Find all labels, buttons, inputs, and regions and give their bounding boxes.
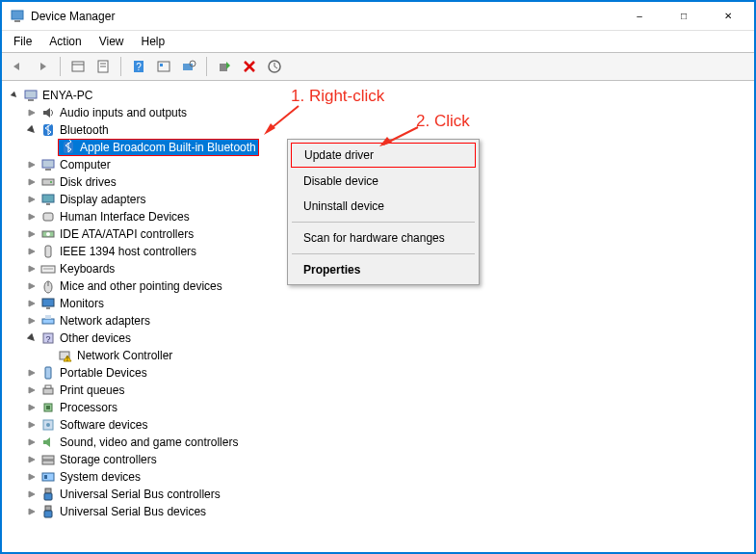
svg-rect-42: [43, 388, 53, 394]
expander-icon[interactable]: [25, 123, 39, 137]
ctx-disable-device[interactable]: Disable device: [290, 169, 477, 194]
svg-point-47: [46, 423, 50, 427]
root-node[interactable]: ENYA-PC: [4, 87, 752, 104]
expander-icon[interactable]: [25, 279, 39, 293]
tree-item-label: Universal Serial Bus controllers: [60, 488, 221, 501]
hid-icon: [40, 209, 56, 224]
expander-icon[interactable]: [25, 314, 39, 328]
close-button[interactable]: ✕: [706, 2, 750, 31]
expander-icon[interactable]: [25, 262, 39, 276]
tree-item-label: Storage controllers: [60, 453, 157, 466]
svg-rect-11: [183, 64, 193, 70]
tree-item[interactable]: Network adapters: [4, 312, 752, 330]
menu-action[interactable]: Action: [41, 33, 89, 50]
expander-icon[interactable]: [25, 401, 39, 414]
refresh-button[interactable]: [152, 55, 175, 78]
tree-item-label: Network adapters: [60, 314, 150, 328]
properties-button[interactable]: [91, 55, 115, 78]
maximize-button[interactable]: □: [662, 2, 706, 31]
expander-icon[interactable]: [25, 210, 39, 224]
portable-icon: [40, 365, 56, 381]
root-label: ENYA-PC: [42, 89, 92, 102]
svg-rect-2: [72, 62, 84, 71]
svg-rect-19: [42, 160, 54, 168]
expander-icon[interactable]: [25, 366, 39, 380]
svg-point-27: [46, 232, 50, 236]
back-button[interactable]: [6, 55, 29, 78]
ctx-uninstall-device[interactable]: Uninstall device: [290, 194, 477, 219]
svg-rect-49: [42, 461, 54, 464]
expander-icon[interactable]: [25, 158, 39, 171]
show-hidden-button[interactable]: [66, 55, 90, 78]
ide-icon: [40, 226, 56, 242]
tree-item[interactable]: Print queues: [4, 382, 752, 399]
svg-rect-13: [220, 64, 227, 71]
menu-file[interactable]: File: [6, 33, 39, 50]
expander-icon[interactable]: [25, 175, 39, 189]
tree-item[interactable]: ?Other devices: [4, 330, 752, 347]
expander-icon[interactable]: [25, 245, 39, 258]
tree-item[interactable]: !Network Controller: [4, 347, 752, 364]
tree-item-label: Sound, video and game controllers: [60, 435, 238, 449]
expander-icon[interactable]: [25, 435, 39, 449]
enable-button[interactable]: [213, 55, 236, 78]
tree-item[interactable]: Sound, video and game controllers: [4, 434, 752, 451]
ctx-scan-hardware[interactable]: Scan for hardware changes: [290, 225, 477, 251]
minimize-button[interactable]: –: [617, 2, 662, 31]
usb-icon: [40, 504, 56, 519]
help-button[interactable]: ?: [127, 55, 150, 78]
expander-icon[interactable]: [25, 418, 39, 432]
menu-view[interactable]: View: [91, 33, 132, 50]
expander-icon[interactable]: [25, 453, 39, 466]
tree-item-label: Keyboards: [60, 262, 115, 276]
svg-rect-15: [25, 91, 37, 98]
tree-item[interactable]: Monitors: [4, 295, 752, 312]
expander-icon[interactable]: [25, 331, 39, 345]
tree-item[interactable]: Universal Serial Bus devices: [4, 503, 752, 520]
device-manager-icon: [10, 9, 25, 24]
toolbar: ?: [2, 52, 754, 81]
svg-text:?: ?: [45, 334, 50, 344]
expander-icon[interactable]: [8, 89, 21, 102]
expander-icon[interactable]: [25, 297, 39, 310]
expander-icon[interactable]: [42, 141, 56, 154]
svg-rect-48: [42, 456, 54, 460]
svg-rect-45: [46, 406, 50, 409]
tree-item[interactable]: Software devices: [4, 416, 752, 434]
expander-icon[interactable]: [25, 106, 39, 119]
uninstall-button[interactable]: [238, 55, 261, 78]
tree-item[interactable]: Bluetooth: [4, 121, 752, 139]
ctx-properties[interactable]: Properties: [290, 257, 477, 282]
separator: [120, 57, 121, 76]
expander-icon[interactable]: [25, 470, 39, 484]
tree-item[interactable]: Universal Serial Bus controllers: [4, 486, 752, 503]
tree-item[interactable]: Processors: [4, 399, 752, 416]
expander-icon[interactable]: [25, 193, 39, 206]
tree-item[interactable]: System devices: [4, 468, 752, 486]
window-controls: – □ ✕: [617, 2, 750, 31]
tree-item-label: System devices: [60, 470, 141, 484]
svg-rect-41: [45, 367, 51, 379]
svg-rect-33: [42, 299, 54, 306]
tree-item[interactable]: Audio inputs and outputs: [4, 104, 752, 121]
update-driver-button[interactable]: [263, 55, 286, 78]
tree-item-label: Human Interface Devices: [60, 210, 190, 224]
expander-icon[interactable]: [25, 488, 39, 501]
expander-icon[interactable]: [25, 383, 39, 397]
tree-item-label: Universal Serial Bus devices: [60, 505, 206, 518]
svg-rect-1: [14, 20, 20, 22]
svg-rect-21: [42, 179, 54, 185]
expander-icon[interactable]: [42, 349, 56, 362]
svg-text:!: !: [66, 356, 68, 362]
display-icon: [40, 192, 56, 207]
tree-item[interactable]: Storage controllers: [4, 451, 752, 468]
forward-button[interactable]: [31, 55, 54, 78]
expander-icon[interactable]: [25, 227, 39, 241]
menu-help[interactable]: Help: [134, 33, 173, 50]
tree-view[interactable]: ENYA-PC Audio inputs and outputsBluetoot…: [2, 81, 754, 550]
expander-icon[interactable]: [25, 505, 39, 518]
scan-hardware-button[interactable]: [177, 55, 200, 78]
ctx-update-driver[interactable]: Update driver: [291, 143, 476, 168]
svg-rect-51: [44, 475, 47, 479]
tree-item[interactable]: Portable Devices: [4, 364, 752, 382]
